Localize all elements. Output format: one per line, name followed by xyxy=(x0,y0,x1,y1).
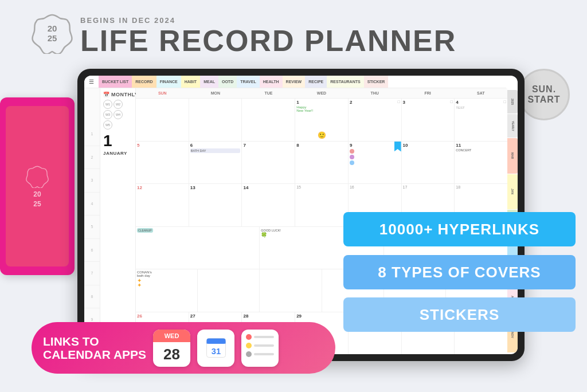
stickers-text: STICKERS xyxy=(420,306,499,324)
date-app-icon[interactable]: WED 28 xyxy=(153,330,190,367)
cleanup-badge: CLEANUP xyxy=(137,228,153,233)
cal-cell-empty-3 xyxy=(242,99,295,141)
cleanup-label: CLEANUP xyxy=(137,228,258,232)
day-num-16: 16 xyxy=(350,185,400,189)
hyperlinks-text: 10000+ HYPERLINKS xyxy=(379,221,539,238)
nav-tab-restaurants[interactable]: RESTAURANTS xyxy=(327,76,363,88)
day-num-29: 29 xyxy=(296,313,347,319)
year-tab-yearly[interactable]: YEARLY xyxy=(507,114,518,138)
year-tab-jan[interactable]: JAN xyxy=(507,174,518,210)
cal-cell-mon-3: 13 xyxy=(189,184,242,226)
month-name-label: JANUARY xyxy=(103,151,132,156)
nav-tab-sticker[interactable]: STICKER xyxy=(364,76,389,88)
header: BEGINS IN DEC 2024 LIFE RECORD PLANNER xyxy=(80,16,456,57)
cal-cell-fri-1: 3 ☐ xyxy=(402,99,455,141)
sticker-circles-2 xyxy=(350,149,400,165)
hamburger-icon[interactable]: ☰ xyxy=(84,79,99,85)
day-header-thu: THU xyxy=(348,88,401,98)
year-tab-mar[interactable]: MAR xyxy=(507,138,518,174)
start-label: START xyxy=(527,95,560,105)
checkbox-4: ☐ xyxy=(503,100,506,104)
calendar-apps-label: LINKS TOCALENDAR APPS xyxy=(43,335,146,361)
nav-tab-meal[interactable]: MEAL xyxy=(200,76,218,88)
covers-text: 8 TYPES OF COVERS xyxy=(378,264,541,281)
row-num-4: 4 xyxy=(84,193,100,216)
cal-cell-sat-1: 4 TEST ☐ xyxy=(455,99,507,141)
day-num-3: 3 xyxy=(403,100,453,105)
nav-tab-health[interactable]: HEALTH xyxy=(260,76,283,88)
calendar-apps-banner: LINKS TOCALENDAR APPS WED 28 31 xyxy=(32,322,335,374)
day-num-9: 9 xyxy=(350,143,400,148)
cal-cell-thu-1: 2 ☐ xyxy=(349,99,402,141)
day-num-8: 8 xyxy=(296,143,347,148)
reminder-bar-1 xyxy=(254,336,274,338)
sun-label: SUN. xyxy=(532,84,556,95)
conan-bath-label: CONAN'sbath day xyxy=(137,271,196,277)
year-text: 20 25 xyxy=(48,24,57,43)
nav-tab-travel[interactable]: TRAVEL xyxy=(237,76,259,88)
cal-cell-mon-2: 6 BATH DAY xyxy=(189,142,242,184)
day-header-fri: FRI xyxy=(401,88,455,98)
svg-text:31: 31 xyxy=(211,347,220,356)
reminder-line-1 xyxy=(246,334,274,340)
month-number-large: 1 xyxy=(103,133,132,149)
concert-event: CONCERT xyxy=(456,148,506,152)
week-indicator-1: W1 xyxy=(103,100,112,109)
cal-cell-empty-1 xyxy=(136,99,189,141)
planner-nav: ☰ BUCKET LIST RECORD FINANCE HABIT MEAL … xyxy=(84,76,506,88)
day-num-26: 26 xyxy=(137,313,187,319)
week-indicators: W1 W2 W3 W4 W5 xyxy=(103,100,132,130)
day-num-10: 10 xyxy=(403,143,453,148)
svg-rect-3 xyxy=(206,342,225,344)
week-indicator-5: W5 xyxy=(103,120,112,130)
day-header-sun: SUN xyxy=(136,88,189,98)
cal-cell-tue-3: 14 xyxy=(242,184,295,226)
bath-day-event: BATH DAY xyxy=(190,148,241,153)
checkbox-3: ☐ xyxy=(450,100,453,104)
day-header-mon: MON xyxy=(189,88,242,98)
cal-cell-sun-3: 12 xyxy=(136,184,189,226)
cal-cell-tue-5 xyxy=(198,269,260,312)
row-num-5: 5 xyxy=(84,215,100,239)
row-num-2: 2 xyxy=(84,146,100,170)
year-badge: 20 25 xyxy=(32,13,73,54)
google-calendar-icon[interactable]: 31 xyxy=(197,330,234,367)
cal-cell-wed-2: 8 xyxy=(295,142,349,184)
calendar-small-icon: 📅 xyxy=(103,92,109,97)
nav-tab-habit[interactable]: HABIT xyxy=(181,76,200,88)
year-tab-2025[interactable]: 2025 xyxy=(507,90,518,113)
gcal-svg: 31 xyxy=(204,335,229,360)
checkbox-2: ☐ xyxy=(397,100,400,104)
calendar-row-2: 5 6 BATH DAY 7 8 9 xyxy=(136,142,507,185)
row-numbers-col: 1 2 3 4 5 6 7 8 9 10 xyxy=(84,88,100,354)
reminder-dot-yellow xyxy=(246,343,252,348)
day-num-18: 18 xyxy=(456,185,506,189)
nav-tab-recipe[interactable]: RECIPE xyxy=(305,76,327,88)
nav-tab-bucketlist[interactable]: BUCKET LIST xyxy=(99,76,132,88)
smiley-sticker: 🙂 xyxy=(318,131,326,139)
nav-tab-finance[interactable]: FINANCE xyxy=(156,76,181,88)
test-event: TEST xyxy=(456,106,506,109)
cal-cell-wed-3: 15 xyxy=(295,184,349,226)
day-num-13: 13 xyxy=(190,185,241,190)
reminders-app-icon[interactable] xyxy=(241,330,279,367)
reminder-line-2 xyxy=(246,343,274,348)
calendar-row-1: 1 HappyNew Year!! 🙂 2 ☐ 3 ☐ xyxy=(136,99,507,142)
reminder-bar-3 xyxy=(254,353,274,355)
day-header-wed: WED xyxy=(295,88,349,98)
day-num-14: 14 xyxy=(243,185,294,190)
week-indicator-3: W3 xyxy=(103,110,112,119)
reminder-dot-gray xyxy=(246,351,252,357)
day-num-12: 12 xyxy=(137,185,187,190)
nav-tab-ootd[interactable]: OOTD xyxy=(218,76,237,88)
day-num-4: 4 xyxy=(456,100,506,105)
cal-cell-sun-2: 5 xyxy=(136,142,189,184)
cal-cell-fri-2: 10 xyxy=(402,142,455,184)
row-num-6: 6 xyxy=(84,239,100,262)
feature-banner-stickers: STICKERS xyxy=(343,297,576,332)
nav-tab-record[interactable]: RECORD xyxy=(132,76,156,88)
day-num-1-wed: 1 xyxy=(296,100,347,105)
reminder-bar-2 xyxy=(254,344,274,347)
date-day-label: WED xyxy=(153,330,190,342)
nav-tab-review[interactable]: REVIEW xyxy=(283,76,306,88)
